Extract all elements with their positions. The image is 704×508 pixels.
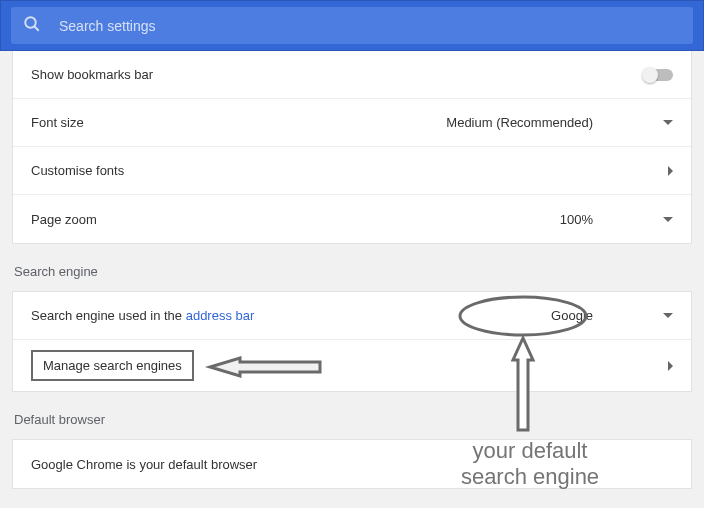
bookmarks-label: Show bookmarks bar (31, 67, 153, 82)
search-input[interactable] (59, 18, 681, 34)
settings-search-header (0, 0, 704, 51)
annotation-text: your default search engine (440, 438, 620, 491)
search-engine-title: Search engine (0, 244, 704, 291)
search-engine-label: Search engine used in the address bar (31, 308, 254, 323)
search-box[interactable] (11, 7, 693, 44)
chevron-right-icon (668, 166, 673, 176)
page-zoom-value: 100% (560, 212, 593, 227)
chevron-down-icon (663, 313, 673, 318)
chevron-right-icon (668, 361, 673, 371)
bookmarks-row: Show bookmarks bar (13, 51, 691, 99)
search-engine-prefix: Search engine used in the (31, 308, 186, 323)
customise-fonts-label: Customise fonts (31, 163, 124, 178)
annotation-line2: search engine (440, 464, 620, 490)
chevron-down-icon (663, 217, 673, 222)
svg-point-0 (25, 17, 36, 28)
address-bar-link[interactable]: address bar (186, 308, 255, 323)
font-size-value: Medium (Recommended) (446, 115, 593, 130)
search-engine-card: Search engine used in the address bar Go… (12, 291, 692, 392)
default-browser-title: Default browser (0, 392, 704, 439)
search-engine-row[interactable]: Search engine used in the address bar Go… (13, 292, 691, 340)
annotation-line1: your default (440, 438, 620, 464)
customise-fonts-row[interactable]: Customise fonts (13, 147, 691, 195)
bookmarks-toggle[interactable] (643, 69, 673, 81)
search-engine-value: Google (551, 308, 593, 323)
page-zoom-label: Page zoom (31, 212, 97, 227)
manage-engines-row[interactable]: Manage search engines (13, 340, 691, 391)
default-browser-message: Google Chrome is your default browser (31, 457, 257, 472)
chevron-down-icon (663, 120, 673, 125)
manage-engines-button[interactable]: Manage search engines (31, 350, 194, 381)
svg-line-1 (34, 26, 39, 31)
page-zoom-row[interactable]: Page zoom 100% (13, 195, 691, 243)
font-size-label: Font size (31, 115, 84, 130)
search-icon (23, 15, 59, 36)
font-size-row[interactable]: Font size Medium (Recommended) (13, 99, 691, 147)
appearance-card: Show bookmarks bar Font size Medium (Rec… (12, 51, 692, 244)
